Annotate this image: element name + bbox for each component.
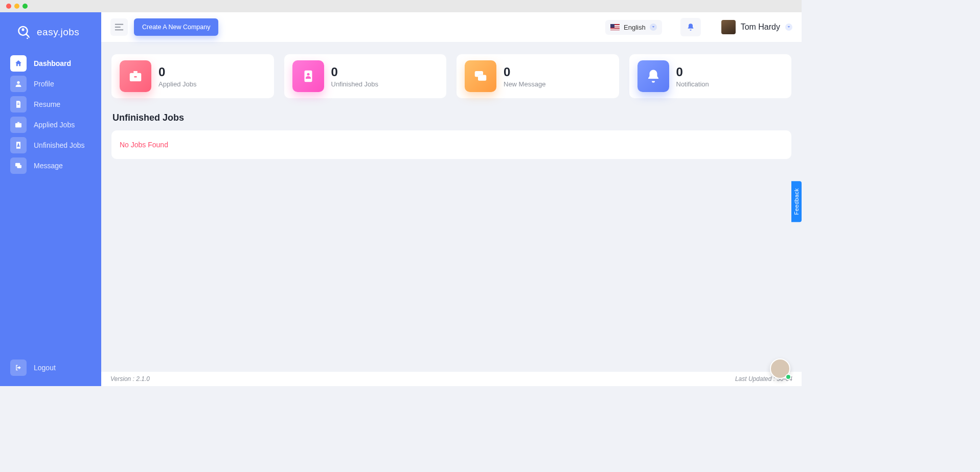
- svg-rect-5: [17, 103, 19, 103]
- briefcase-icon: [10, 117, 27, 133]
- version-label: Version : 2.1.0: [110, 375, 150, 383]
- sidebar: easy.jobs Dashboard Profile Resume Appli…: [0, 12, 101, 386]
- briefcase-icon: [120, 60, 151, 92]
- sidebar-item-logout[interactable]: Logout: [8, 359, 93, 376]
- chevron-down-icon: [785, 24, 792, 31]
- sidebar-item-profile[interactable]: Profile: [8, 76, 93, 92]
- hamburger-icon: [115, 24, 124, 31]
- svg-rect-7: [15, 123, 21, 128]
- svg-point-4: [17, 81, 19, 84]
- create-company-button[interactable]: Create A New Company: [134, 18, 218, 36]
- svg-point-2: [27, 38, 28, 39]
- card-label: Notification: [676, 80, 709, 88]
- sidebar-item-label: Unfinished Jobs: [34, 141, 85, 149]
- sidebar-item-label: Profile: [34, 80, 54, 88]
- window-maximize[interactable]: [22, 4, 28, 9]
- chat-icon: [10, 158, 27, 174]
- sidebar-item-resume[interactable]: Resume: [8, 96, 93, 113]
- card-value: 0: [331, 65, 379, 79]
- card-value: 0: [158, 65, 196, 79]
- document-user-icon: [292, 60, 324, 92]
- section-title-unfinished: Unfinished Jobs: [112, 113, 790, 123]
- svg-rect-20: [478, 75, 486, 81]
- window-titlebar: [0, 0, 802, 12]
- language-label: English: [624, 24, 646, 31]
- main-content: Create A New Company English Tom Hardy: [101, 12, 802, 386]
- sidebar-item-label: Message: [34, 162, 63, 170]
- card-value: 0: [504, 65, 545, 79]
- card-applied-jobs[interactable]: 0 Applied Jobs: [111, 54, 274, 98]
- card-label: New Message: [504, 80, 545, 88]
- sidebar-item-dashboard[interactable]: Dashboard: [8, 55, 93, 72]
- logout-icon: [10, 359, 27, 376]
- empty-state-text: No Jobs Found: [120, 141, 783, 149]
- sidebar-item-applied-jobs[interactable]: Applied Jobs: [8, 117, 93, 133]
- logo-icon: [14, 24, 32, 41]
- svg-point-3: [29, 37, 30, 38]
- user-name-label: Tom Hardy: [741, 23, 780, 32]
- card-notification[interactable]: 0 Notification: [629, 54, 792, 98]
- stat-cards: 0 Applied Jobs 0 Unfinished Jobs 0 New: [111, 54, 791, 98]
- svg-point-17: [307, 73, 309, 76]
- card-unfinished-jobs[interactable]: 0 Unfinished Jobs: [284, 54, 447, 98]
- svg-point-1: [21, 28, 24, 31]
- sidebar-item-label: Dashboard: [34, 59, 71, 68]
- bell-icon: [637, 60, 669, 92]
- menu-toggle[interactable]: [110, 18, 128, 36]
- card-value: 0: [676, 65, 709, 79]
- chevron-down-icon: [650, 24, 657, 31]
- notifications-button[interactable]: [680, 18, 701, 36]
- feedback-tab[interactable]: Feedback: [791, 181, 802, 222]
- svg-rect-10: [17, 165, 21, 168]
- card-new-message[interactable]: 0 New Message: [457, 54, 619, 98]
- sidebar-nav: Dashboard Profile Resume Applied Jobs Un…: [0, 53, 101, 354]
- topbar: Create A New Company English Tom Hardy: [101, 12, 802, 42]
- app-logo[interactable]: easy.jobs: [0, 17, 101, 53]
- presence-indicator: [785, 374, 791, 380]
- flag-us-icon: [610, 24, 620, 30]
- chat-icon: [465, 60, 496, 92]
- sidebar-item-label: Logout: [34, 364, 56, 372]
- language-selector[interactable]: English: [605, 20, 662, 35]
- sidebar-item-label: Resume: [34, 100, 60, 108]
- footer: Version : 2.1.0 Last Updated : 30-04: [101, 372, 802, 386]
- document-icon: [10, 96, 27, 113]
- svg-point-8: [17, 143, 19, 145]
- user-avatar: [721, 20, 736, 34]
- svg-rect-6: [17, 104, 19, 105]
- card-label: Unfinished Jobs: [331, 80, 379, 88]
- logo-text: easy.jobs: [37, 27, 79, 38]
- user-menu[interactable]: Tom Hardy: [721, 20, 792, 34]
- sidebar-item-message[interactable]: Message: [8, 158, 93, 174]
- document-user-icon: [10, 137, 27, 153]
- home-icon: [10, 55, 27, 72]
- sidebar-item-label: Applied Jobs: [34, 121, 75, 129]
- sidebar-item-unfinished-jobs[interactable]: Unfinished Jobs: [8, 137, 93, 153]
- svg-rect-15: [134, 76, 137, 78]
- window-close[interactable]: [6, 4, 11, 9]
- unfinished-jobs-panel: No Jobs Found: [111, 130, 791, 159]
- window-minimize[interactable]: [14, 4, 19, 9]
- bell-icon: [687, 23, 695, 31]
- user-icon: [10, 76, 27, 92]
- card-label: Applied Jobs: [158, 80, 196, 88]
